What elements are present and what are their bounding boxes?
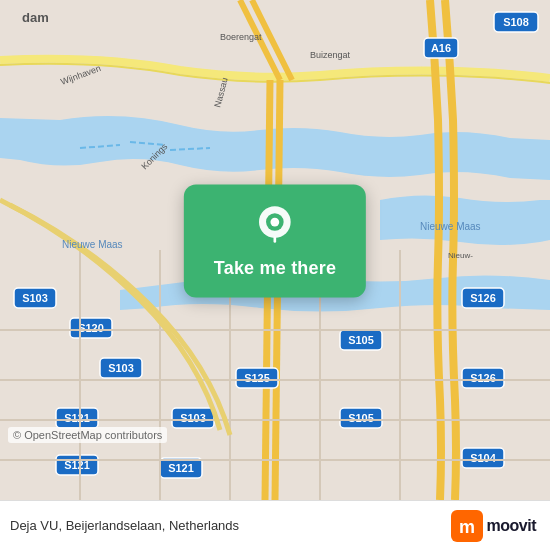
svg-text:S103: S103 — [180, 412, 206, 424]
svg-text:S103: S103 — [22, 292, 48, 304]
svg-point-59 — [271, 218, 280, 227]
svg-text:S105: S105 — [348, 412, 374, 424]
svg-text:S104: S104 — [470, 452, 497, 464]
moovit-wordmark: moovit — [487, 517, 536, 535]
svg-text:S103: S103 — [108, 362, 134, 374]
copyright-notice: © OpenStreetMap contributors — [8, 427, 167, 443]
svg-text:S121: S121 — [64, 412, 90, 424]
navigation-card[interactable]: Take me there — [184, 184, 366, 297]
svg-text:Boerengat: Boerengat — [220, 32, 262, 42]
bottom-bar: Deja VU, Beijerlandselaan, Netherlands m… — [0, 500, 550, 550]
moovit-m-icon: m — [451, 510, 483, 542]
svg-text:S120: S120 — [78, 322, 104, 334]
svg-text:S126: S126 — [470, 372, 496, 384]
svg-text:A16: A16 — [431, 42, 451, 54]
moovit-logo: m moovit — [451, 510, 536, 542]
svg-text:Nieuwe Maas: Nieuwe Maas — [420, 221, 481, 232]
take-me-there-label: Take me there — [214, 258, 336, 279]
svg-text:Buizengat: Buizengat — [310, 50, 351, 60]
svg-text:Nieuw-: Nieuw- — [448, 251, 473, 260]
svg-text:S121: S121 — [168, 462, 194, 474]
location-pin-icon — [253, 204, 297, 248]
svg-text:dam: dam — [22, 10, 49, 25]
location-label: Deja VU, Beijerlandselaan, Netherlands — [10, 518, 239, 533]
svg-text:S125: S125 — [244, 372, 270, 384]
map-container: A16 S108 S103 S103 S120 S121 S121 S125 S… — [0, 0, 550, 500]
svg-text:S105: S105 — [348, 334, 374, 346]
svg-text:S126: S126 — [470, 292, 496, 304]
svg-text:S108: S108 — [503, 16, 529, 28]
svg-text:Nieuwe Maas: Nieuwe Maas — [62, 239, 123, 250]
svg-text:m: m — [459, 517, 475, 537]
